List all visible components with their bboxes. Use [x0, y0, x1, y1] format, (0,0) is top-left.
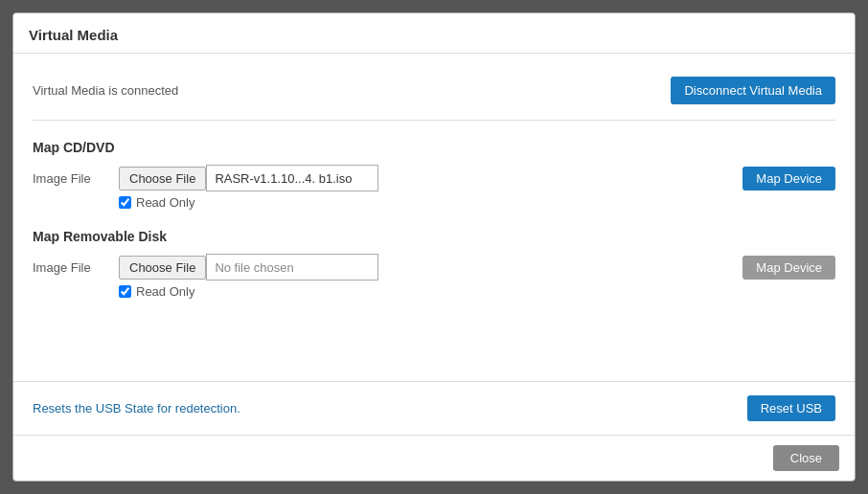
cd-dvd-readonly-checkbox[interactable]	[119, 196, 131, 209]
cd-dvd-map-button[interactable]: Map Device	[742, 167, 835, 191]
dialog-title: Virtual Media	[29, 27, 118, 43]
removable-disk-choose-button[interactable]: Choose File	[119, 256, 206, 280]
cd-dvd-filename: RASR-v1.1.10...4. b1.iso	[206, 165, 378, 191]
removable-disk-readonly-checkbox[interactable]	[119, 285, 131, 298]
cd-dvd-section: Map CD/DVD Image File Choose File RASR-v…	[33, 140, 835, 210]
removable-disk-image-row: Image File Choose File No file chosen Ma…	[33, 254, 835, 281]
removable-disk-image-label: Image File	[33, 260, 119, 275]
connection-status: Virtual Media is connected	[33, 83, 178, 98]
removable-disk-readonly-row: Read Only	[119, 284, 835, 299]
removable-disk-title: Map Removable Disk	[33, 229, 835, 244]
cd-dvd-readonly-label: Read Only	[136, 195, 194, 210]
cd-dvd-choose-button[interactable]: Choose File	[119, 167, 206, 191]
usb-reset-text: Resets the USB State for redetection.	[33, 401, 240, 415]
virtual-media-dialog: Virtual Media Virtual Media is connected…	[12, 12, 856, 482]
removable-disk-map-button[interactable]: Map Device	[742, 256, 835, 280]
cd-dvd-file-input: Choose File RASR-v1.1.10...4. b1.iso	[119, 165, 378, 191]
cd-dvd-readonly-row: Read Only	[119, 195, 835, 210]
status-row: Virtual Media is connected Disconnect Vi…	[33, 69, 835, 121]
removable-disk-filename: No file chosen	[206, 254, 378, 281]
cd-dvd-image-row: Image File Choose File RASR-v1.1.10...4.…	[33, 165, 835, 191]
usb-reset-section: Resets the USB State for redetection. Re…	[13, 381, 855, 435]
cd-dvd-image-label: Image File	[33, 171, 119, 186]
dialog-footer: Close	[13, 435, 855, 481]
removable-disk-section: Map Removable Disk Image File Choose Fil…	[33, 229, 835, 299]
disconnect-button[interactable]: Disconnect Virtual Media	[671, 77, 835, 104]
reset-usb-button[interactable]: Reset USB	[747, 395, 835, 421]
removable-disk-readonly-label: Read Only	[136, 284, 194, 299]
removable-disk-file-input: Choose File No file chosen	[119, 254, 378, 281]
dialog-body: Virtual Media is connected Disconnect Vi…	[13, 54, 855, 381]
close-button[interactable]: Close	[773, 445, 839, 471]
cd-dvd-title: Map CD/DVD	[33, 140, 835, 155]
dialog-header: Virtual Media	[13, 13, 855, 54]
